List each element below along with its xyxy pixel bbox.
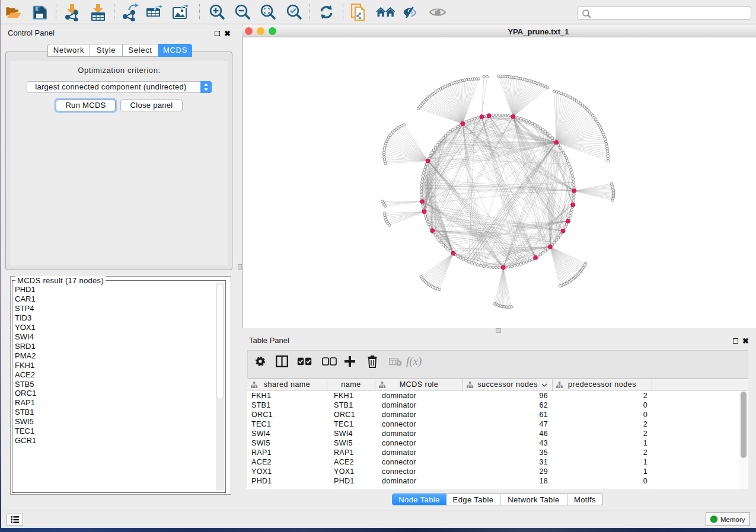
svg-text:Memory: Memory (720, 516, 745, 523)
